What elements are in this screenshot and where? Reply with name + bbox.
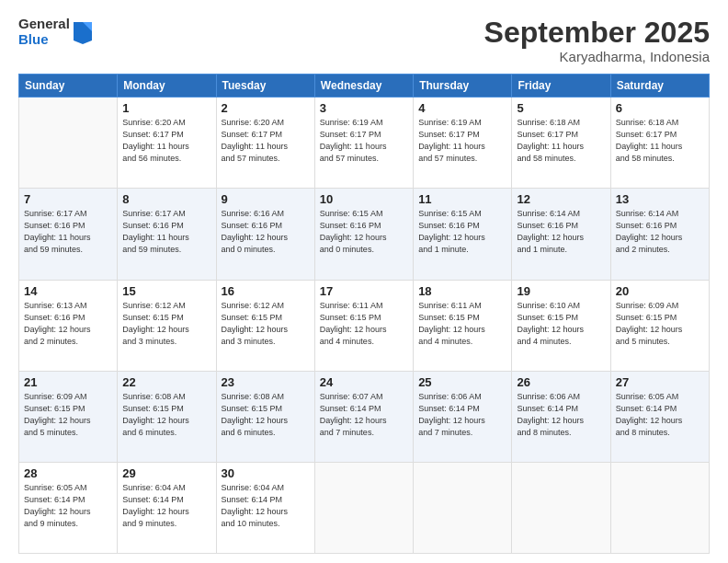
day-number: 1 [122,101,210,115]
day-info: Sunrise: 6:17 AMSunset: 6:16 PMDaylight:… [122,208,210,256]
calendar-day-cell: 3Sunrise: 6:19 AMSunset: 6:17 PMDaylight… [314,98,413,189]
calendar-day-cell: 1Sunrise: 6:20 AMSunset: 6:17 PMDaylight… [118,98,216,189]
calendar-day-cell: 9Sunrise: 6:16 AMSunset: 6:16 PMDaylight… [216,189,314,280]
calendar-day-cell: 23Sunrise: 6:08 AMSunset: 6:15 PMDayligh… [216,371,314,462]
day-header-wednesday: Wednesday [314,75,413,98]
header: General Blue September 2025 Karyadharma,… [18,17,710,64]
calendar-day-cell: 17Sunrise: 6:11 AMSunset: 6:15 PMDayligh… [314,280,413,371]
day-info: Sunrise: 6:04 AMSunset: 6:14 PMDaylight:… [122,482,210,530]
day-number: 21 [24,375,112,389]
day-number: 19 [517,284,605,298]
day-info: Sunrise: 6:06 AMSunset: 6:14 PMDaylight:… [517,391,605,439]
day-info: Sunrise: 6:07 AMSunset: 6:14 PMDaylight:… [320,391,408,439]
day-number: 17 [320,284,408,298]
calendar-week-row: 28Sunrise: 6:05 AMSunset: 6:14 PMDayligh… [19,462,710,553]
calendar-day-cell: 28Sunrise: 6:05 AMSunset: 6:14 PMDayligh… [19,462,118,553]
day-number: 20 [616,284,704,298]
calendar-day-cell: 8Sunrise: 6:17 AMSunset: 6:16 PMDaylight… [118,189,216,280]
day-info: Sunrise: 6:12 AMSunset: 6:15 PMDaylight:… [122,300,210,348]
calendar-week-row: 21Sunrise: 6:09 AMSunset: 6:15 PMDayligh… [19,371,710,462]
day-info: Sunrise: 6:08 AMSunset: 6:15 PMDaylight:… [122,391,210,439]
day-info: Sunrise: 6:05 AMSunset: 6:14 PMDaylight:… [24,482,112,530]
logo-blue: Blue [18,32,70,48]
day-number: 28 [24,466,112,480]
day-number: 5 [517,101,605,115]
day-info: Sunrise: 6:18 AMSunset: 6:17 PMDaylight:… [517,117,605,165]
day-header-saturday: Saturday [610,75,709,98]
calendar-day-cell [19,98,118,189]
day-number: 24 [320,375,408,389]
day-info: Sunrise: 6:09 AMSunset: 6:15 PMDaylight:… [24,391,112,439]
calendar-day-cell: 16Sunrise: 6:12 AMSunset: 6:15 PMDayligh… [216,280,314,371]
day-info: Sunrise: 6:10 AMSunset: 6:15 PMDaylight:… [517,300,605,348]
day-info: Sunrise: 6:20 AMSunset: 6:17 PMDaylight:… [122,117,210,165]
calendar-week-row: 14Sunrise: 6:13 AMSunset: 6:16 PMDayligh… [19,280,710,371]
day-info: Sunrise: 6:11 AMSunset: 6:15 PMDaylight:… [320,300,408,348]
day-number: 4 [418,101,506,115]
day-number: 18 [418,284,506,298]
logo: General Blue [18,17,94,47]
title-block: September 2025 Karyadharma, Indonesia [484,17,710,64]
day-info: Sunrise: 6:04 AMSunset: 6:14 PMDaylight:… [222,482,310,530]
calendar-day-cell: 5Sunrise: 6:18 AMSunset: 6:17 PMDaylight… [512,98,610,189]
day-number: 11 [418,192,506,206]
calendar-day-cell [610,462,709,553]
day-number: 22 [122,375,210,389]
calendar-week-row: 7Sunrise: 6:17 AMSunset: 6:16 PMDaylight… [19,189,710,280]
day-header-friday: Friday [512,75,610,98]
day-info: Sunrise: 6:08 AMSunset: 6:15 PMDaylight:… [222,391,310,439]
day-info: Sunrise: 6:16 AMSunset: 6:16 PMDaylight:… [222,208,310,256]
day-info: Sunrise: 6:15 AMSunset: 6:16 PMDaylight:… [320,208,408,256]
day-number: 12 [517,192,605,206]
calendar-day-cell: 29Sunrise: 6:04 AMSunset: 6:14 PMDayligh… [118,462,216,553]
page: General Blue September 2025 Karyadharma,… [0,0,728,563]
calendar-day-cell: 13Sunrise: 6:14 AMSunset: 6:16 PMDayligh… [610,189,709,280]
day-info: Sunrise: 6:09 AMSunset: 6:15 PMDaylight:… [616,300,704,348]
day-info: Sunrise: 6:12 AMSunset: 6:15 PMDaylight:… [222,300,310,348]
day-info: Sunrise: 6:06 AMSunset: 6:14 PMDaylight:… [418,391,506,439]
logo-icon [72,18,94,44]
day-number: 6 [616,101,704,115]
calendar: SundayMondayTuesdayWednesdayThursdayFrid… [18,74,710,554]
day-number: 8 [122,192,210,206]
calendar-day-cell: 18Sunrise: 6:11 AMSunset: 6:15 PMDayligh… [414,280,512,371]
page-subtitle: Karyadharma, Indonesia [484,49,710,64]
calendar-day-cell: 15Sunrise: 6:12 AMSunset: 6:15 PMDayligh… [118,280,216,371]
calendar-day-cell: 14Sunrise: 6:13 AMSunset: 6:16 PMDayligh… [19,280,118,371]
day-info: Sunrise: 6:20 AMSunset: 6:17 PMDaylight:… [222,117,310,165]
calendar-day-cell: 2Sunrise: 6:20 AMSunset: 6:17 PMDaylight… [216,98,314,189]
calendar-header-row: SundayMondayTuesdayWednesdayThursdayFrid… [19,75,710,98]
day-header-sunday: Sunday [19,75,118,98]
day-info: Sunrise: 6:14 AMSunset: 6:16 PMDaylight:… [616,208,704,256]
day-number: 26 [517,375,605,389]
calendar-day-cell: 26Sunrise: 6:06 AMSunset: 6:14 PMDayligh… [512,371,610,462]
day-number: 25 [418,375,506,389]
calendar-day-cell: 10Sunrise: 6:15 AMSunset: 6:16 PMDayligh… [314,189,413,280]
calendar-day-cell: 20Sunrise: 6:09 AMSunset: 6:15 PMDayligh… [610,280,709,371]
day-number: 30 [222,466,310,480]
calendar-day-cell [512,462,610,553]
day-number: 29 [122,466,210,480]
calendar-day-cell: 25Sunrise: 6:06 AMSunset: 6:14 PMDayligh… [414,371,512,462]
page-title: September 2025 [484,17,710,49]
day-info: Sunrise: 6:19 AMSunset: 6:17 PMDaylight:… [320,117,408,165]
day-info: Sunrise: 6:18 AMSunset: 6:17 PMDaylight:… [616,117,704,165]
calendar-day-cell: 6Sunrise: 6:18 AMSunset: 6:17 PMDaylight… [610,98,709,189]
day-number: 23 [222,375,310,389]
calendar-day-cell: 11Sunrise: 6:15 AMSunset: 6:16 PMDayligh… [414,189,512,280]
calendar-day-cell [314,462,413,553]
calendar-day-cell: 27Sunrise: 6:05 AMSunset: 6:14 PMDayligh… [610,371,709,462]
day-number: 3 [320,101,408,115]
day-info: Sunrise: 6:15 AMSunset: 6:16 PMDaylight:… [418,208,506,256]
day-number: 14 [24,284,112,298]
calendar-day-cell: 19Sunrise: 6:10 AMSunset: 6:15 PMDayligh… [512,280,610,371]
day-header-tuesday: Tuesday [216,75,314,98]
day-number: 13 [616,192,704,206]
logo-general: General [18,17,70,32]
calendar-day-cell: 7Sunrise: 6:17 AMSunset: 6:16 PMDaylight… [19,189,118,280]
calendar-day-cell [414,462,512,553]
day-number: 2 [222,101,310,115]
day-header-thursday: Thursday [414,75,512,98]
day-number: 9 [222,192,310,206]
day-info: Sunrise: 6:13 AMSunset: 6:16 PMDaylight:… [24,300,112,348]
